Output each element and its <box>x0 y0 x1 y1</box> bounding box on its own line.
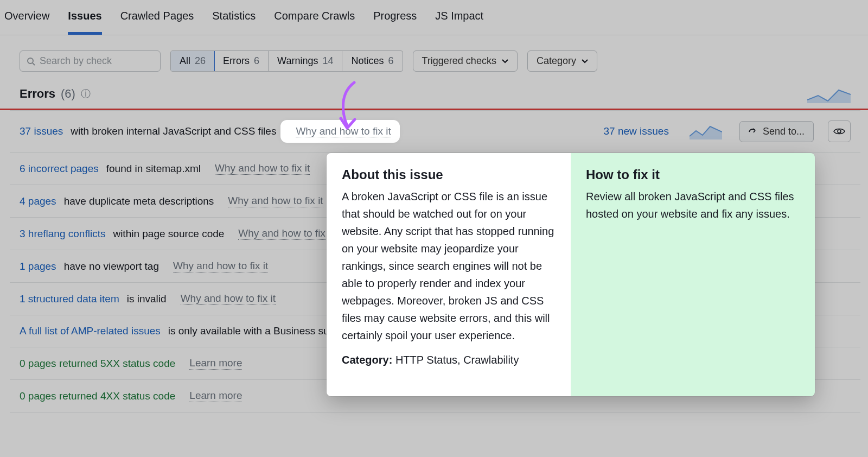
issue-text: within page source code <box>113 228 224 240</box>
search-icon <box>27 57 35 66</box>
filter-warnings[interactable]: Warnings 14 <box>269 51 342 71</box>
fix-body: Review all broken JavaScript and CSS fil… <box>586 188 800 223</box>
eye-icon <box>833 128 845 135</box>
sparkline-icon <box>690 123 722 139</box>
tab-progress[interactable]: Progress <box>373 10 417 35</box>
issue-text: is invalid <box>127 293 167 305</box>
learn-more-link[interactable]: Learn more <box>189 357 242 370</box>
tab-overview[interactable]: Overview <box>4 10 49 35</box>
tab-compare-crawls[interactable]: Compare Crawls <box>274 10 355 35</box>
issue-link[interactable]: A full list of AMP-related issues <box>20 325 161 337</box>
issue-help-popover: About this issue A broken JavaScript or … <box>327 153 815 396</box>
issue-text: have no viewport tag <box>64 261 159 272</box>
new-issues-link[interactable]: 37 new issues <box>604 125 669 137</box>
issue-link[interactable]: 6 incorrect pages <box>20 163 99 175</box>
hide-button[interactable] <box>828 120 851 142</box>
issue-link[interactable]: 0 pages returned 4XX status code <box>20 390 175 402</box>
send-icon <box>749 128 757 135</box>
tab-js-impact[interactable]: JS Impact <box>435 10 483 35</box>
issue-link[interactable]: 4 pages <box>20 195 56 207</box>
chevron-down-icon <box>582 59 588 64</box>
filter-errors[interactable]: Errors 6 <box>214 51 269 71</box>
chevron-down-icon <box>502 59 508 64</box>
why-and-how-link[interactable]: Why and how to fix it <box>181 293 276 305</box>
category-dropdown[interactable]: Category <box>527 50 597 72</box>
about-body: A broken JavaScript or CSS file is an is… <box>342 188 556 344</box>
search-input[interactable]: Search by check <box>20 50 161 72</box>
issue-text: have duplicate meta descriptions <box>64 195 214 207</box>
issue-link[interactable]: 1 structured data item <box>20 293 119 305</box>
why-and-how-link[interactable]: Why and how to fix it <box>228 195 323 207</box>
main-tabs: Overview Issues Crawled Pages Statistics… <box>0 0 868 35</box>
learn-more-link[interactable]: Learn more <box>189 390 242 402</box>
why-and-how-link[interactable]: Why and how to fix it <box>238 227 333 240</box>
issue-link[interactable]: 3 hreflang conflicts <box>20 228 105 240</box>
svg-point-2 <box>838 130 841 133</box>
info-icon[interactable]: ⓘ <box>81 87 91 100</box>
filter-all[interactable]: All 26 <box>170 50 215 72</box>
filter-notices[interactable]: Notices 6 <box>342 51 402 71</box>
fix-title: How to fix it <box>586 167 800 182</box>
triggered-checks-dropdown[interactable]: Triggered checks <box>413 50 518 72</box>
search-placeholder: Search by check <box>40 55 112 67</box>
filter-segmented: All 26 Errors 6 Warnings 14 Notices 6 <box>170 50 403 72</box>
about-category: Category: HTTP Status, Crawlability <box>342 354 556 366</box>
section-count: (6) <box>61 87 75 101</box>
svg-point-0 <box>28 58 33 64</box>
issue-row-broken-js-css: 37 issues with broken internal JavaScrip… <box>10 111 860 153</box>
tab-statistics[interactable]: Statistics <box>212 10 256 35</box>
about-title: About this issue <box>342 167 556 182</box>
why-and-how-link[interactable]: Why and how to fix it <box>173 260 268 272</box>
tab-crawled-pages[interactable]: Crawled Pages <box>120 10 194 35</box>
send-to-button[interactable]: Send to... <box>739 121 814 142</box>
issue-text: with broken internal JavaScript and CSS … <box>71 125 276 137</box>
section-title: Errors <box>20 87 55 101</box>
sparkline-overview <box>807 85 851 103</box>
why-and-how-link[interactable]: Why and how to fix it <box>215 162 310 175</box>
issue-text: found in sitemap.xml <box>106 163 201 175</box>
issue-link[interactable]: 0 pages returned 5XX status code <box>20 358 175 370</box>
issue-link[interactable]: 37 issues <box>20 125 63 137</box>
tab-issues[interactable]: Issues <box>68 10 101 35</box>
annotation-arrow <box>334 80 365 135</box>
svg-line-1 <box>33 63 35 65</box>
issue-link[interactable]: 1 pages <box>20 261 56 272</box>
